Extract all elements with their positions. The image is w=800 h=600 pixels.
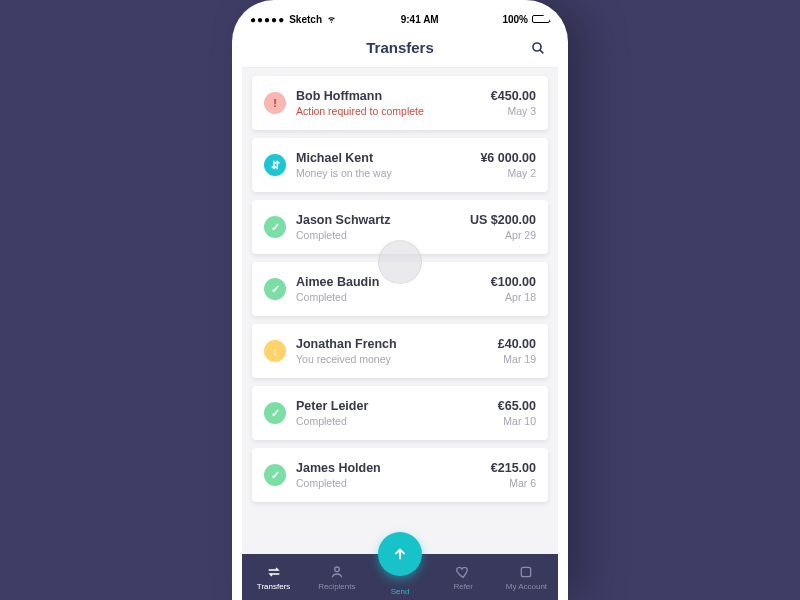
transfer-amount: €65.00 [498,399,536,413]
status-icon: ! [264,92,286,114]
tab-label: Transfers [257,582,291,591]
status-icon: ✓ [264,278,286,300]
transfer-row[interactable]: ↓Jonathan FrenchYou received money£40.00… [252,324,548,378]
transfer-status: Action required to complete [296,105,481,117]
phone-frame: ●●●●● Sketch 9:41 AM 100% Transfers !Bob… [232,0,568,600]
transfer-date: Mar 6 [491,477,536,489]
transfers-icon [266,564,282,580]
transfer-row[interactable]: ✓Aimee BaudinCompleted€100.00Apr 18 [252,262,548,316]
transfer-row[interactable]: ✓Peter LeiderCompleted€65.00Mar 10 [252,386,548,440]
transfer-amount: €450.00 [491,89,536,103]
status-icon: ↓ [264,340,286,362]
transfer-amount: £40.00 [498,337,536,351]
transfer-date: Apr 18 [491,291,536,303]
page-title: Transfers [366,39,434,56]
transfer-date: Mar 10 [498,415,536,427]
status-icon: ✓ [264,464,286,486]
search-button[interactable] [530,40,546,56]
svg-line-1 [540,50,543,53]
transfer-row[interactable]: ✓Jason SchwartzCompletedUS $200.00Apr 29 [252,200,548,254]
status-icon: ✓ [264,216,286,238]
transfer-row[interactable]: ✓James HoldenCompleted€215.00Mar 6 [252,448,548,502]
tab-refer[interactable]: Refer [432,564,495,591]
wifi-icon [326,13,337,26]
transfer-status: You received money [296,353,488,365]
transfer-row[interactable]: ⇵Michael KentMoney is on the way¥6 000.0… [252,138,548,192]
tab-account[interactable]: My Account [495,564,558,591]
transfer-status: Money is on the way [296,167,470,179]
status-bar: ●●●●● Sketch 9:41 AM 100% [242,10,558,28]
transfer-amount: ¥6 000.00 [480,151,536,165]
search-icon [530,40,546,56]
header: Transfers [242,28,558,68]
tab-label: Recipients [318,582,355,591]
tab-recipients[interactable]: Recipients [305,564,368,591]
transfers-list[interactable]: !Bob HoffmannAction required to complete… [242,68,558,554]
transfer-status: Completed [296,229,460,241]
battery-pct: 100% [502,14,528,25]
send-button[interactable] [378,532,422,576]
transfer-date: Mar 19 [498,353,536,365]
transfer-date: May 2 [480,167,536,179]
transfer-row[interactable]: !Bob HoffmannAction required to complete… [252,76,548,130]
status-icon: ✓ [264,402,286,424]
signal-dots-icon: ●●●●● [250,14,285,25]
arrow-up-icon [391,545,409,563]
account-icon [518,564,534,580]
transfer-status: Completed [296,291,481,303]
transfer-date: May 3 [491,105,536,117]
tab-send-label: Send [391,587,410,596]
transfer-name: Bob Hoffmann [296,89,481,103]
tab-transfers[interactable]: Transfers [242,564,305,591]
transfer-name: Jonathan French [296,337,488,351]
transfer-status: Completed [296,415,488,427]
recipients-icon [329,564,345,580]
transfer-name: Peter Leider [296,399,488,413]
clock: 9:41 AM [401,14,439,25]
transfer-date: Apr 29 [470,229,536,241]
transfer-name: Jason Schwartz [296,213,460,227]
transfer-status: Completed [296,477,481,489]
tab-bar: Transfers Recipients . Refer My Account … [242,554,558,600]
battery-icon [532,15,550,23]
screen: ●●●●● Sketch 9:41 AM 100% Transfers !Bob… [242,10,558,600]
status-icon: ⇵ [264,154,286,176]
transfer-amount: €100.00 [491,275,536,289]
transfer-name: Michael Kent [296,151,470,165]
tab-label: Refer [453,582,473,591]
heart-icon [455,564,471,580]
transfer-amount: US $200.00 [470,213,536,227]
transfer-amount: €215.00 [491,461,536,475]
svg-point-2 [334,567,339,572]
transfer-name: James Holden [296,461,481,475]
transfer-name: Aimee Baudin [296,275,481,289]
carrier-label: Sketch [289,14,322,25]
svg-point-0 [533,43,541,51]
svg-rect-3 [522,567,531,576]
tab-label: My Account [506,582,547,591]
